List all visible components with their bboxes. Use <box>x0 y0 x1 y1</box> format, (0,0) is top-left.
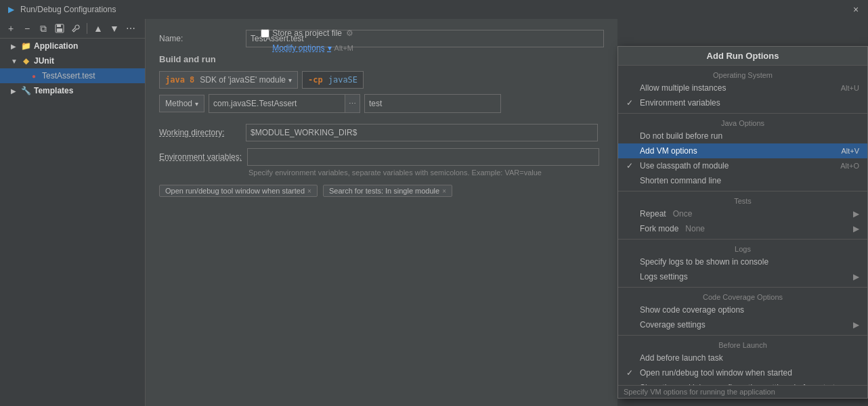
logs-settings-item[interactable]: Logs settings ▶ <box>618 269 867 284</box>
test-icon: ● <box>28 70 39 81</box>
item-left: Shorten command line <box>626 176 721 185</box>
dropdown-menu: Add Run Options Operating System Allow m… <box>617 46 868 399</box>
item-left: Do not build before run <box>626 131 722 141</box>
store-as-project-checkbox[interactable] <box>261 29 269 38</box>
save-config-button[interactable] <box>53 22 66 35</box>
status-bar: Specify VM options for running the appli… <box>618 385 867 398</box>
item-label: Specify logs to be shown in console <box>640 257 768 267</box>
item-left: Specify logs to be shown in console <box>626 257 768 267</box>
sidebar-item-label: JUnit <box>34 56 54 66</box>
sidebar-item-templates[interactable]: ▶ 🔧 Templates <box>0 83 145 98</box>
item-label: Open run/debug tool window when started <box>640 368 792 378</box>
arrow-icon: ▼ <box>11 58 18 65</box>
content-area: Store as project file ⚙ Modify options ▾… <box>146 19 617 406</box>
dropdown-header: Add Run Options <box>618 47 867 66</box>
fork-mode-value: None <box>685 224 705 233</box>
section-label-coverage: Code Coverage Options <box>618 290 867 302</box>
specify-logs-item[interactable]: Specify logs to be shown in console <box>618 254 867 269</box>
copy-config-button[interactable]: ⧉ <box>37 22 50 35</box>
repeat-item[interactable]: Repeat Once ▶ <box>618 206 867 221</box>
sdk-label: java 8 <box>165 75 194 85</box>
status-text: Specify VM options for running the appli… <box>624 388 775 396</box>
sidebar-item-junit[interactable]: ▼ ◆ JUnit <box>0 53 145 68</box>
remove-config-button[interactable]: − <box>20 22 34 35</box>
method-type-selector[interactable]: Method ▾ <box>159 95 204 112</box>
class-browse-button[interactable]: ⋯ <box>345 95 360 112</box>
item-label: Environment variables <box>640 98 720 108</box>
use-classpath-item[interactable]: ✓ Use classpath of module Alt+O <box>618 158 867 173</box>
modify-options-bar: Modify options ▾ Alt+M <box>272 43 353 53</box>
store-label-text: Store as project file <box>272 28 342 38</box>
section-label-tests: Tests <box>618 194 867 206</box>
item-left: Add VM options <box>626 146 697 156</box>
caret-icon: ▾ <box>195 100 198 108</box>
item-label: Fork mode <box>640 224 678 233</box>
name-label: Name: <box>159 34 240 43</box>
submenu-arrow: ▶ <box>853 209 859 219</box>
checkmark: ✓ <box>626 161 636 171</box>
submenu-arrow: ▶ <box>853 320 859 330</box>
allow-multiple-instances-item[interactable]: Allow multiple instances Alt+U <box>618 81 867 95</box>
section-java-options: Java Options Do not build before run Add… <box>618 114 867 191</box>
search-tests-tag-close[interactable]: × <box>442 187 446 195</box>
arrow-icon: ▶ <box>11 43 18 50</box>
name-field-row: Name: <box>159 30 604 47</box>
gear-icon[interactable]: ⚙ <box>346 28 353 38</box>
close-button[interactable]: × <box>849 3 863 16</box>
sidebar-toolbar: + − ⧉ ▲ ▼ ⋯ <box>0 19 145 39</box>
environment-variables-item[interactable]: ✓ Environment variables <box>618 95 867 110</box>
item-label: Repeat <box>640 209 666 219</box>
section-label-before-launch: Before Launch <box>618 338 867 351</box>
store-as-project-row: Store as project file ⚙ <box>261 28 353 38</box>
env-vars-input[interactable] <box>247 148 599 166</box>
section-label-java: Java Options <box>618 116 867 129</box>
open-tool-window-item[interactable]: ✓ Open run/debug tool window when starte… <box>618 365 867 380</box>
modify-options-button[interactable]: Modify options ▾ <box>272 43 331 53</box>
sidebar-item-label: TestAssert.test <box>42 71 95 81</box>
working-dir-label: Working directory: <box>159 128 240 137</box>
add-before-launch-item[interactable]: Add before launch task <box>618 351 867 365</box>
section-logs: Logs Specify logs to be shown in console… <box>618 240 867 288</box>
application-icon: 📁 <box>20 41 31 51</box>
open-window-tag-close[interactable]: × <box>307 187 311 195</box>
fork-mode-item[interactable]: Fork mode None ▶ <box>618 221 867 236</box>
env-vars-label: Environment variables: <box>159 152 242 162</box>
move-down-button[interactable]: ▼ <box>108 22 121 35</box>
item-left: Fork mode None <box>626 224 705 233</box>
move-up-button[interactable]: ▲ <box>91 22 105 35</box>
tags-row: Open run/debug tool window when started … <box>159 185 604 197</box>
more-button[interactable]: ⋯ <box>124 22 137 35</box>
show-coverage-item[interactable]: Show code coverage options <box>618 302 867 317</box>
submenu-arrow: ▶ <box>853 272 859 281</box>
add-config-button[interactable]: + <box>4 22 18 35</box>
sdk-selector[interactable]: java 8 SDK of 'javaSE' module ▾ <box>159 71 298 89</box>
store-as-project-label[interactable]: Store as project file <box>261 28 342 38</box>
shorten-command-item[interactable]: Shorten command line <box>618 173 867 188</box>
method-input-wrap: test <box>364 94 501 113</box>
item-left: ✓ Open run/debug tool window when starte… <box>626 368 792 378</box>
item-left: Logs settings <box>626 272 688 281</box>
section-code-coverage: Code Coverage Options Show code coverage… <box>618 288 867 336</box>
sidebar-item-application[interactable]: ▶ 📁 Application <box>0 39 145 53</box>
class-value: com.javaSE.TestAssert <box>209 95 345 112</box>
build-run-title: Build and run <box>159 54 604 64</box>
working-dir-input[interactable] <box>246 124 598 141</box>
sidebar-item-label: Application <box>34 41 78 51</box>
sidebar-item-testassert[interactable]: ● TestAssert.test <box>0 68 145 83</box>
wrench-button[interactable] <box>69 22 83 35</box>
sdk-row: java 8 SDK of 'javaSE' module ▾ -cp java… <box>159 71 604 89</box>
coverage-settings-item[interactable]: Coverage settings ▶ <box>618 317 867 332</box>
search-tests-tag[interactable]: Search for tests: In single module × <box>323 185 452 197</box>
method-type-label: Method <box>165 99 192 108</box>
item-label: Use classpath of module <box>640 161 729 171</box>
add-vm-options-item[interactable]: Add VM options Alt+V <box>618 143 867 158</box>
env-vars-row: Environment variables: <box>159 148 604 166</box>
cp-value: javaSE <box>328 75 357 85</box>
repeat-value: Once <box>673 209 693 219</box>
window-title: Run/Debug Configurations <box>20 5 116 14</box>
modify-options-shortcut: Alt+M <box>334 44 353 52</box>
open-window-tag[interactable]: Open run/debug tool window when started … <box>159 185 318 197</box>
do-not-build-item[interactable]: Do not build before run <box>618 129 867 143</box>
right-panel: Add Run Options Operating System Allow m… <box>617 19 868 406</box>
env-hint: Specify environment variables, separate … <box>248 168 604 177</box>
